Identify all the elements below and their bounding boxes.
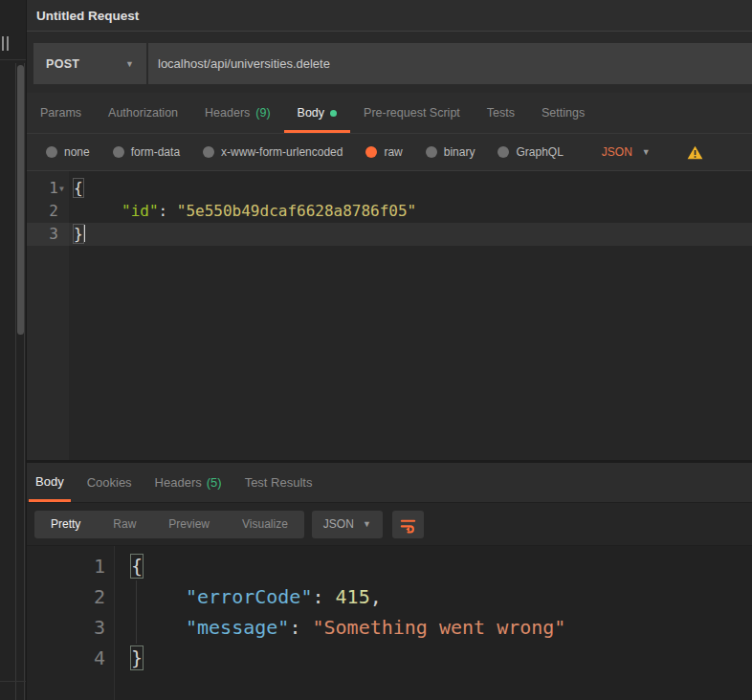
colon-token: : [159, 202, 177, 220]
close-brace-token: } [131, 646, 143, 669]
radio-x-www-form-urlencoded[interactable]: x-www-form-urlencoded [203, 145, 343, 159]
rail-divider [0, 681, 26, 682]
radio-icon [203, 146, 214, 158]
comma-token: , [370, 585, 382, 608]
editor-line-current[interactable]: 3 } [27, 223, 752, 246]
radio-icon [113, 146, 124, 158]
warning-icon[interactable] [687, 145, 703, 160]
json-number-token: 415 [336, 585, 370, 608]
radio-none[interactable]: none [46, 145, 90, 159]
close-brace-token: } [74, 225, 83, 243]
sidebar-rail [0, 0, 27, 700]
chevron-down-icon: ▼ [125, 59, 134, 69]
url-control: POST ▼ localhost/api/universities.delete [33, 43, 752, 84]
view-mode-preview[interactable]: Preview [152, 511, 226, 538]
radio-form-data[interactable]: form-data [113, 145, 180, 159]
request-body-editor[interactable]: 1 ▼ { 2 "id": "5e550b49dcaf6628a8786f05"… [27, 171, 752, 460]
radio-selected-icon [365, 146, 377, 158]
colon-token: : [312, 585, 335, 608]
open-brace-token: { [74, 179, 83, 197]
body-type-row: none form-data x-www-form-urlencoded raw… [27, 134, 752, 171]
view-mode-pretty[interactable]: Pretty [34, 511, 97, 538]
headers-count: (9) [255, 106, 270, 120]
text-cursor [83, 225, 85, 242]
radio-icon [46, 146, 57, 158]
tab-headers[interactable]: Headers (9) [191, 93, 284, 133]
viewer-line: 1 { [27, 551, 752, 581]
response-language-dropdown[interactable]: JSON ▼ [312, 511, 383, 538]
tab-cookies[interactable]: Cookies [80, 463, 139, 502]
viewer-line: 2 "errorCode": 415, [27, 581, 752, 612]
rail-divider [0, 59, 26, 60]
tab-test-results[interactable]: Test Results [238, 463, 320, 502]
wrap-lines-button[interactable] [392, 511, 424, 538]
sidebar-clipped-icon [2, 36, 11, 51]
tab-tests[interactable]: Tests [474, 93, 528, 133]
method-dropdown[interactable]: POST ▼ [33, 43, 148, 84]
tab-response-body[interactable]: Body [29, 463, 71, 502]
response-body-viewer[interactable]: 1 { 2 "errorCode": 415, 3 "message": "So… [27, 546, 752, 700]
json-key-token: "errorCode" [186, 585, 312, 608]
url-row: POST ▼ localhost/api/universities.delete [27, 32, 752, 93]
method-label: POST [46, 57, 79, 71]
tab-body[interactable]: Body [284, 93, 351, 133]
radio-graphql[interactable]: GraphQL [498, 145, 563, 159]
request-tabs: Params Authorization Headers (9) Body Pr… [27, 93, 752, 134]
request-title-bar: Untitled Request [27, 0, 752, 32]
radio-raw[interactable]: raw [365, 145, 402, 159]
request-pane: Untitled Request POST ▼ localhost/api/un… [27, 0, 752, 700]
tab-pre-request-script[interactable]: Pre-request Script [350, 93, 474, 133]
response-tabs: Body Cookies Headers (5) Test Results [27, 463, 752, 503]
tab-settings[interactable]: Settings [528, 93, 598, 133]
raw-language-dropdown[interactable]: JSON ▼ [602, 145, 651, 159]
url-text: localhost/api/universities.delete [158, 56, 330, 71]
chevron-down-icon: ▼ [642, 147, 651, 157]
wrap-lines-icon [399, 515, 417, 534]
body-content-dot-icon [330, 110, 337, 117]
response-toolbar: Pretty Raw Preview Visualize JSON ▼ [27, 503, 752, 546]
radio-icon [426, 146, 437, 158]
radio-binary[interactable]: binary [426, 145, 476, 159]
sidebar-scrollbar-thumb[interactable] [17, 65, 24, 335]
radio-icon [498, 146, 509, 158]
viewer-line: 4 } [27, 643, 752, 673]
colon-token: : [289, 616, 312, 639]
tab-response-headers[interactable]: Headers (5) [148, 463, 229, 502]
url-input[interactable]: localhost/api/universities.delete [148, 43, 752, 84]
response-headers-count: (5) [207, 475, 222, 490]
viewer-line: 3 "message": "Something went wrong" [27, 612, 752, 643]
tab-params[interactable]: Params [27, 93, 95, 133]
chevron-down-icon: ▼ [363, 519, 371, 529]
request-title: Untitled Request [36, 9, 139, 23]
json-key-token: "message" [186, 616, 289, 639]
fold-arrow-icon[interactable]: ▼ [59, 178, 64, 201]
editor-line[interactable]: 1 ▼ { [27, 177, 752, 200]
view-mode-raw[interactable]: Raw [97, 511, 152, 538]
open-brace-token: { [131, 555, 143, 578]
json-key-token: "id" [122, 202, 159, 220]
tab-authorization[interactable]: Authorization [95, 93, 191, 133]
json-string-token: "Something went wrong" [312, 616, 565, 639]
editor-line[interactable]: 2 "id": "5e550b49dcaf6628a8786f05" [27, 200, 752, 223]
view-mode-switcher: Pretty Raw Preview Visualize [34, 511, 304, 538]
json-string-token: "5e550b49dcaf6628a8786f05" [177, 202, 416, 220]
view-mode-visualize[interactable]: Visualize [226, 511, 304, 538]
